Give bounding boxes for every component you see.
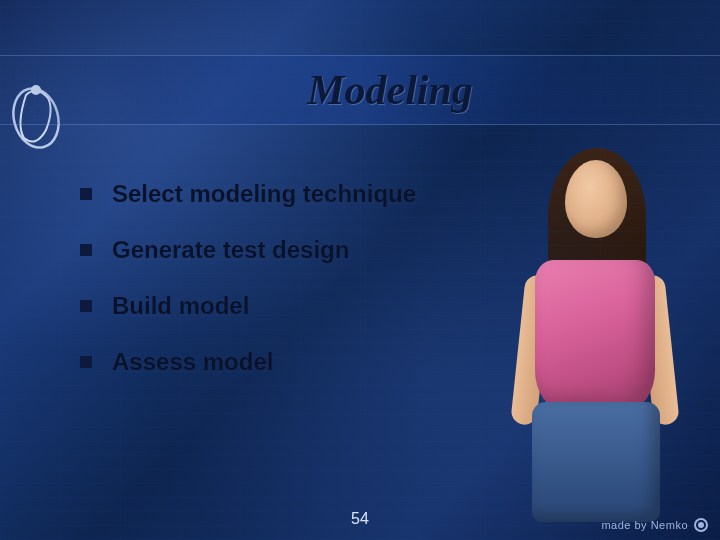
person-illustration [500, 140, 690, 520]
bullet-icon [80, 300, 92, 312]
page-title: Modeling [307, 66, 473, 114]
bullet-icon [80, 188, 92, 200]
bullet-text: Select modeling technique [112, 180, 416, 208]
list-item: Select modeling technique [80, 180, 490, 208]
list-item: Assess model [80, 348, 490, 376]
jeans-shape [532, 402, 660, 522]
list-item: Build model [80, 292, 490, 320]
torso-shape [535, 260, 655, 410]
brand-label: made by Nemko [601, 518, 708, 532]
bullet-icon [80, 356, 92, 368]
head-shape [565, 160, 627, 238]
bullet-text: Assess model [112, 348, 273, 376]
bullet-icon [80, 244, 92, 256]
bullet-text: Build model [112, 292, 249, 320]
bullet-list: Select modeling technique Generate test … [80, 180, 490, 404]
title-bar: Modeling [0, 55, 720, 125]
brand-logo-icon [694, 518, 708, 532]
list-item: Generate test design [80, 236, 490, 264]
bullet-text: Generate test design [112, 236, 349, 264]
brand-text: made by Nemko [601, 519, 688, 531]
